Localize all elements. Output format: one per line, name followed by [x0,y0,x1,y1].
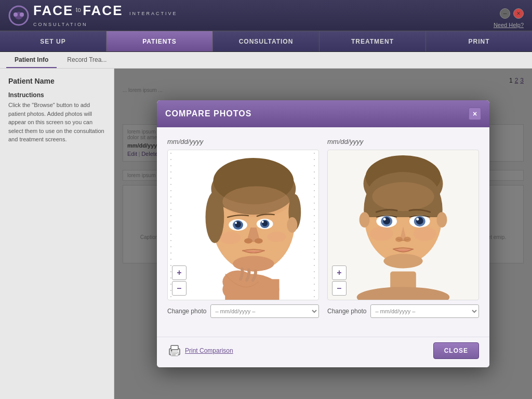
svg-point-47 [372,182,434,211]
svg-rect-62 [171,345,178,350]
left-photo-frame: + – [167,150,319,300]
instructions-title: Instructions [8,91,105,99]
tab-patients[interactable]: PATIENTS [107,31,213,51]
compare-photos-modal: COMPARE PHOTOS × mm/dd/yyyy [157,100,489,367]
tab-treatment[interactable]: TREATMENT [320,31,426,51]
svg-point-28 [235,222,237,224]
left-zoom-controls: + – [172,265,187,296]
window-close-button[interactable]: × [513,8,524,19]
left-date-label: mm/dd/yyyy [167,138,319,145]
svg-point-56 [395,237,403,242]
logo-icon [8,5,29,26]
logo-text: FACE to FACE INTERACTIVECONSULTATION [33,3,177,28]
modal-title: COMPARE PHOTOS [165,109,251,118]
left-change-photo-select[interactable]: – mm/dd/yyyy – [210,304,319,318]
svg-point-23 [287,217,297,233]
print-icon [167,344,182,357]
left-zoom-in-button[interactable]: + [172,265,187,280]
svg-point-46 [437,212,447,228]
modal-body: mm/dd/yyyy [157,127,489,337]
sidebar: Patient Name Instructions Click the "Bro… [0,69,114,399]
right-date-label: mm/dd/yyyy [327,138,479,145]
right-change-photo-label: Change photo [327,308,366,315]
svg-point-37 [233,256,274,272]
svg-point-45 [360,212,370,228]
print-link-area: Print Comparison [167,344,233,357]
instructions-text: Click the "Browse" button to add patient… [8,101,105,144]
right-change-photo-select[interactable]: – mm/dd/yyyy – [370,304,479,318]
nav-tabs: SET UP PATIENTS CONSULTATION TREATMENT P… [0,31,532,52]
app-wrapper: FACE to FACE INTERACTIVECONSULTATION – ×… [0,0,532,399]
right-change-photo-row: Change photo – mm/dd/yyyy – [327,304,479,318]
modal-overlay: COMPARE PHOTOS × mm/dd/yyyy [114,69,532,399]
right-face-render [328,150,478,300]
svg-point-34 [255,238,263,244]
window-controls: – × Need Help? [494,8,524,28]
right-photo-frame: + – [327,150,479,300]
svg-point-2 [20,12,24,17]
svg-rect-64 [172,353,177,354]
tab-setup[interactable]: SET UP [0,31,107,51]
right-zoom-out-button[interactable]: – [332,281,347,296]
print-comparison-link[interactable]: Print Comparison [185,347,233,354]
logo-area: FACE to FACE INTERACTIVECONSULTATION [8,3,177,28]
patient-name-label: Patient Name [8,77,105,85]
left-face-render [168,150,318,300]
svg-point-66 [171,350,172,352]
svg-point-58 [370,227,393,241]
left-zoom-out-button[interactable]: – [172,281,187,296]
svg-point-55 [416,218,419,221]
svg-point-60 [383,254,422,269]
subtab-record-treatment[interactable]: Record Trea... [59,52,115,68]
subtab-patient-info[interactable]: Patient Info [6,52,57,68]
right-zoom-controls: + – [332,265,347,296]
svg-point-1 [14,12,18,17]
right-zoom-in-button[interactable]: + [332,265,347,280]
modal-footer: Print Comparison CLOSE [157,337,489,367]
right-compare-panel: mm/dd/yyyy [327,138,479,318]
compare-area: mm/dd/yyyy [167,138,479,318]
tab-print[interactable]: PRINT [426,31,532,51]
left-change-photo-label: Change photo [167,308,206,315]
modal-close-button[interactable]: × [469,108,481,120]
title-bar: FACE to FACE INTERACTIVECONSULTATION – ×… [0,0,532,31]
svg-point-33 [244,238,252,244]
main-content: Patient Name Instructions Click the "Bro… [0,69,532,399]
svg-point-24 [222,187,289,218]
svg-point-57 [404,237,411,242]
svg-point-51 [383,218,386,221]
svg-rect-65 [172,355,176,356]
svg-point-59 [414,227,436,241]
need-help-link[interactable]: Need Help? [494,22,524,28]
svg-point-32 [262,221,264,223]
sub-tabs: Patient Info Record Trea... [0,52,532,69]
tab-consultation[interactable]: CONSULTATION [213,31,320,51]
content-area: 1 2 3 ... lorem ipsum ... lorem ipsumdol… [114,69,532,399]
left-change-photo-row: Change photo – mm/dd/yyyy – [167,304,319,318]
svg-point-35 [220,232,241,244]
modal-header: COMPARE PHOTOS × [157,100,489,127]
minimize-button[interactable]: – [500,8,510,19]
left-compare-panel: mm/dd/yyyy [167,138,319,318]
close-button[interactable]: CLOSE [433,342,479,359]
svg-point-36 [268,232,286,242]
